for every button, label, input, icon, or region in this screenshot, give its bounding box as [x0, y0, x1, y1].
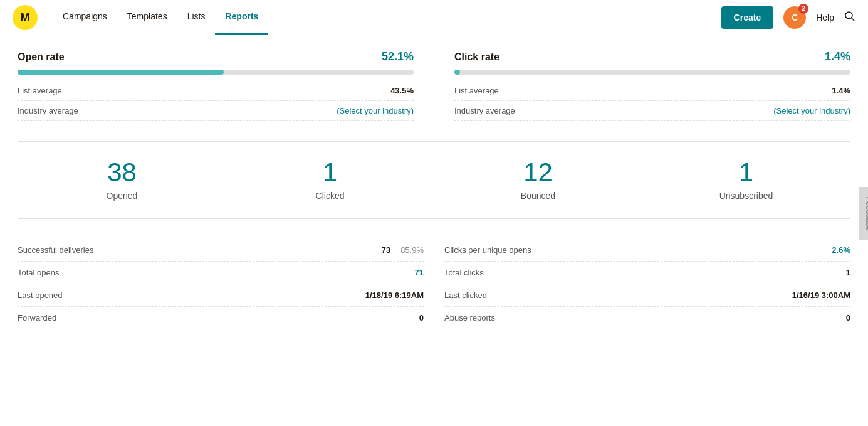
create-button[interactable]: Create: [721, 6, 774, 29]
metric-last-clicked-value: 1/16/19 3:00AM: [792, 290, 850, 300]
navigation: M Campaigns Templates Lists Reports Crea…: [0, 0, 868, 35]
open-industry-avg-link[interactable]: (Select your industry): [337, 106, 414, 115]
click-industry-avg-label: Industry average: [454, 106, 515, 115]
open-industry-avg-row: Industry average (Select your industry): [18, 106, 414, 121]
nav-campaigns[interactable]: Campaigns: [53, 0, 117, 35]
metric-total-clicks-value: 1: [846, 268, 850, 277]
stat-unsubscribed-number: 1: [652, 159, 840, 186]
open-list-avg-value: 43.5%: [390, 86, 414, 95]
notification-count: 2: [798, 4, 808, 14]
stat-clicked-desc: Clicked: [236, 191, 424, 201]
click-rate-bar-fill: [454, 70, 460, 75]
nav-lists[interactable]: Lists: [177, 0, 216, 35]
metric-last-opened: Last opened 1/18/19 6:19AM: [18, 284, 424, 307]
metric-clicks-unique-label: Clicks per unique opens: [444, 245, 531, 255]
click-industry-avg-row: Industry average (Select your industry): [454, 106, 850, 121]
stat-unsubscribed-desc: Unsubscribed: [652, 191, 840, 201]
stat-bounced: 12 Bounced: [434, 142, 642, 218]
open-rate-averages: List average 43.5% Industry average (Sel…: [18, 86, 414, 121]
metric-last-opened-label: Last opened: [18, 290, 63, 300]
metric-forwarded-value: 0: [419, 313, 424, 322]
open-rate-header: Open rate 52.1%: [18, 50, 414, 63]
stat-opened-desc: Opened: [28, 191, 216, 201]
open-rate-bar-bg: [18, 70, 414, 75]
metric-clicks-unique-value: 2.6%: [832, 245, 850, 255]
open-rate-bar-fill: [18, 70, 224, 75]
stat-bounced-desc: Bounced: [444, 191, 632, 201]
metric-total-opens-label: Total opens: [18, 268, 60, 277]
metric-deliveries-pct: 85.9%: [400, 245, 424, 255]
metric-last-clicked: Last clicked 1/16/19 3:00AM: [444, 284, 850, 307]
metric-abuse-value: 0: [846, 313, 850, 322]
notification-badge[interactable]: C 2: [783, 6, 806, 29]
right-metrics: Clicks per unique opens 2.6% Total click…: [424, 239, 850, 329]
metrics-section: Successful deliveries 73 85.9% Total ope…: [18, 239, 850, 329]
nav-reports[interactable]: Reports: [215, 0, 268, 35]
stat-opened-number: 38: [28, 159, 216, 186]
metric-total-opens: Total opens 71: [18, 262, 424, 284]
open-industry-avg-label: Industry average: [18, 106, 78, 115]
click-industry-avg-link[interactable]: (Select your industry): [773, 106, 850, 115]
rates-section: Open rate 52.1% List average 43.5% Indus…: [18, 50, 850, 121]
open-list-avg-row: List average 43.5%: [18, 86, 414, 101]
stat-unsubscribed: 1 Unsubscribed: [642, 142, 850, 218]
stat-bounced-number: 12: [444, 159, 632, 186]
metric-forwarded-label: Forwarded: [18, 313, 56, 322]
click-list-avg-row: List average 1.4%: [454, 86, 850, 101]
click-rate-label: Click rate: [454, 51, 499, 63]
nav-right: Create C 2 Help: [721, 6, 855, 29]
open-list-avg-label: List average: [18, 86, 62, 95]
click-list-avg-value: 1.4%: [832, 86, 850, 95]
left-metrics: Successful deliveries 73 85.9% Total ope…: [18, 239, 424, 329]
click-rate-averages: List average 1.4% Industry average (Sele…: [454, 86, 850, 121]
metric-total-opens-value: 71: [415, 268, 424, 277]
metric-last-opened-value: 1/18/19 6:19AM: [365, 290, 424, 300]
feedback-tab[interactable]: Feedback: [860, 186, 868, 240]
open-rate-label: Open rate: [18, 51, 65, 63]
nav-templates[interactable]: Templates: [117, 0, 177, 35]
metric-total-clicks: Total clicks 1: [444, 262, 850, 284]
click-list-avg-label: List average: [454, 86, 499, 95]
logo[interactable]: M: [13, 5, 38, 30]
metric-deliveries-values: 73 85.9%: [382, 245, 424, 255]
click-rate-block: Click rate 1.4% List average 1.4% Indust…: [434, 50, 850, 121]
metric-total-clicks-label: Total clicks: [444, 268, 484, 277]
stat-clicked: 1 Clicked: [226, 142, 434, 218]
help-link[interactable]: Help: [816, 13, 834, 23]
click-rate-header: Click rate 1.4%: [454, 50, 850, 63]
click-rate-value: 1.4%: [825, 50, 850, 63]
metric-clicks-unique: Clicks per unique opens 2.6%: [444, 239, 850, 262]
stats-boxes: 38 Opened 1 Clicked 12 Bounced 1 Unsubsc…: [18, 141, 850, 219]
click-rate-bar-bg: [454, 70, 850, 75]
open-rate-block: Open rate 52.1% List average 43.5% Indus…: [18, 50, 434, 121]
metric-deliveries-label: Successful deliveries: [18, 245, 93, 255]
metric-deliveries-number: 73: [382, 245, 390, 255]
stat-clicked-number: 1: [236, 159, 424, 186]
metric-deliveries: Successful deliveries 73 85.9%: [18, 239, 424, 262]
metric-abuse-label: Abuse reports: [444, 313, 495, 322]
nav-links: Campaigns Templates Lists Reports: [53, 0, 721, 35]
search-icon[interactable]: [844, 11, 855, 24]
metric-last-clicked-label: Last clicked: [444, 290, 487, 300]
svg-line-3: [852, 18, 855, 21]
metric-abuse-reports: Abuse reports 0: [444, 307, 850, 329]
metric-forwarded: Forwarded 0: [18, 307, 424, 329]
open-rate-value: 52.1%: [382, 50, 414, 63]
stat-opened: 38 Opened: [18, 142, 226, 218]
svg-text:M: M: [21, 11, 30, 24]
main-content: Open rate 52.1% List average 43.5% Indus…: [0, 35, 868, 344]
